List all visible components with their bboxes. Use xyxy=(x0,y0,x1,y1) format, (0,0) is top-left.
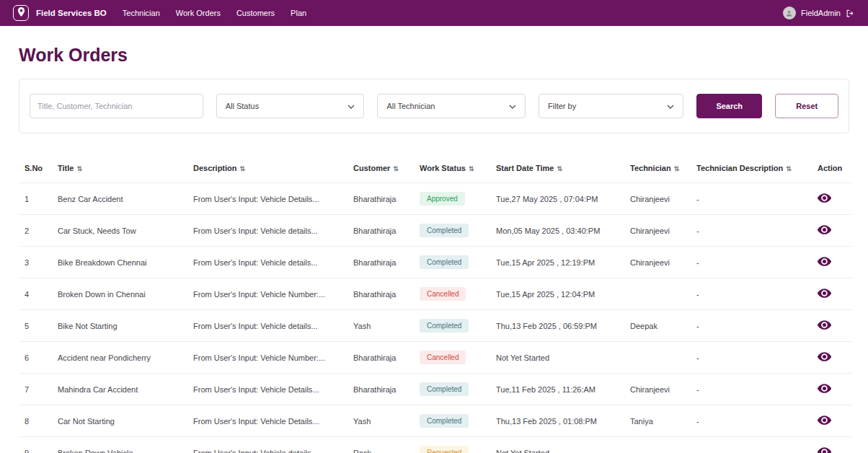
row-status-cell: Completed xyxy=(414,374,490,405)
search-input[interactable] xyxy=(30,94,203,118)
row-status-cell: Cancelled xyxy=(414,342,490,374)
row-start-date-time: Not Yet Started xyxy=(490,437,624,453)
row-description: From User's Input: Vehicle details... xyxy=(187,310,347,342)
header-action: Action xyxy=(812,155,852,183)
row-technician: Deepak xyxy=(624,310,691,342)
nav-item-technician[interactable]: Technician xyxy=(123,9,160,17)
chevron-down-icon xyxy=(509,102,516,110)
table-row: 1 Benz Car Accident From User's Input: V… xyxy=(19,183,852,215)
view-eye-icon[interactable] xyxy=(818,447,831,453)
nav-item-work-orders[interactable]: Work Orders xyxy=(176,9,221,17)
view-eye-icon[interactable] xyxy=(818,352,831,361)
header-title[interactable]: Title⇅ xyxy=(52,155,187,183)
view-eye-icon[interactable] xyxy=(818,415,831,425)
row-action-cell xyxy=(812,215,852,247)
brand-name[interactable]: Field Services BO xyxy=(36,9,107,17)
view-eye-icon[interactable] xyxy=(818,225,831,234)
header-description[interactable]: Description⇅ xyxy=(187,155,347,183)
row-technician xyxy=(624,278,691,310)
row-technician: Chiranjeevi xyxy=(624,215,691,247)
view-eye-icon[interactable] xyxy=(818,384,831,393)
location-pin-icon xyxy=(17,6,25,19)
sort-icon: ⇅ xyxy=(469,165,474,172)
row-sno: 2 xyxy=(19,215,52,247)
table-row: 4 Broken Down in Chennai From User's Inp… xyxy=(19,278,852,310)
row-technician-description: - xyxy=(691,310,812,342)
row-technician-description: - xyxy=(691,405,812,437)
row-description: From User's Input: Vehicle details... xyxy=(187,215,347,247)
header-sno: S.No xyxy=(19,155,52,183)
header-work-status[interactable]: Work Status⇅ xyxy=(414,155,490,183)
row-sno: 9 xyxy=(19,437,52,453)
row-customer: Yash xyxy=(347,405,414,437)
row-customer: Bharathiraja xyxy=(347,278,414,310)
row-customer: Bharathiraja xyxy=(347,342,414,374)
row-start-date-time: Thu,13 Feb 2025 , 01:08:PM xyxy=(490,405,624,437)
row-status-cell: Completed xyxy=(414,310,490,342)
reset-button[interactable]: Reset xyxy=(775,94,838,118)
user-avatar xyxy=(783,6,796,19)
technician-select[interactable]: All Technician xyxy=(377,94,526,118)
row-description: From User's Input: Vehicle Details... xyxy=(187,183,347,215)
header-technician[interactable]: Technician⇅ xyxy=(624,155,691,183)
row-technician-description: - xyxy=(691,278,812,310)
status-badge: Approved xyxy=(420,192,465,206)
table-row: 3 Bike Breakdown Chennai From User's Inp… xyxy=(19,247,852,278)
row-action-cell xyxy=(812,374,852,405)
row-customer: Yash xyxy=(347,310,414,342)
filter-by-select-value: Filter by xyxy=(548,102,576,110)
nav-item-customers[interactable]: Customers xyxy=(236,9,275,17)
row-title: Bike Breakdown Chennai xyxy=(52,247,187,278)
logout-icon[interactable] xyxy=(846,9,855,18)
row-technician: Chiranjeevi xyxy=(624,247,691,278)
work-orders-tbody: 1 Benz Car Accident From User's Input: V… xyxy=(19,183,852,453)
table-row: 6 Accident near Pondicherry From User's … xyxy=(19,342,852,374)
status-select-value: All Status xyxy=(226,102,259,110)
row-customer: Bharathiraja xyxy=(347,247,414,278)
view-eye-icon[interactable] xyxy=(818,289,831,298)
sort-icon: ⇅ xyxy=(674,165,680,172)
nav-item-plan[interactable]: Plan xyxy=(291,9,306,17)
row-title: Broken Down Vehicle xyxy=(52,437,187,453)
row-sno: 5 xyxy=(19,310,52,342)
row-action-cell xyxy=(812,278,852,310)
header-customer[interactable]: Customer⇅ xyxy=(347,155,414,183)
row-sno: 3 xyxy=(19,247,52,278)
row-technician xyxy=(624,342,691,374)
view-eye-icon[interactable] xyxy=(818,257,831,266)
row-title: Bike Not Starting xyxy=(52,310,187,342)
table-row: 7 Mahindra Car Accident From User's Inpu… xyxy=(19,374,852,405)
work-orders-table: S.No Title⇅ Description⇅ Customer⇅ Work … xyxy=(19,155,849,453)
row-status-cell: Cancelled xyxy=(414,278,490,310)
view-eye-icon[interactable] xyxy=(818,320,831,330)
row-title: Car Not Starting xyxy=(52,405,187,437)
row-title: Accident near Pondicherry xyxy=(52,342,187,374)
work-orders-page: Work Orders All Status All Technician Fi… xyxy=(0,26,868,453)
row-description: From User's Input: Vehicle Number:... xyxy=(187,342,347,374)
row-technician: Chiranjeevi xyxy=(624,374,691,405)
user-name: FieldAdmin xyxy=(801,9,841,17)
row-action-cell xyxy=(812,405,852,437)
table-row: 2 Car Stuck, Needs Tow From User's Input… xyxy=(19,215,852,247)
table-header-row: S.No Title⇅ Description⇅ Customer⇅ Work … xyxy=(19,155,852,183)
row-sno: 1 xyxy=(19,183,52,215)
row-title: Car Stuck, Needs Tow xyxy=(52,215,187,247)
sort-icon: ⇅ xyxy=(240,165,246,172)
status-badge: Completed xyxy=(420,414,469,428)
row-technician-description: - xyxy=(691,437,812,453)
search-button[interactable]: Search xyxy=(696,94,762,118)
status-badge: Completed xyxy=(420,224,469,237)
header-technician-description[interactable]: Technician Description⇅ xyxy=(691,155,812,183)
row-description: From User's Input: Vehicle details... xyxy=(187,247,347,278)
filter-by-select[interactable]: Filter by xyxy=(539,94,683,118)
chevron-down-icon xyxy=(347,102,355,110)
status-select[interactable]: All Status xyxy=(216,94,365,118)
view-eye-icon[interactable] xyxy=(818,193,831,203)
row-technician-description: - xyxy=(691,247,812,278)
filter-bar: All Status All Technician Filter by Sear… xyxy=(19,79,849,133)
table-row: 5 Bike Not Starting From User's Input: V… xyxy=(19,310,852,342)
row-action-cell xyxy=(812,437,852,453)
header-start-date-time[interactable]: Start Date Time⇅ xyxy=(490,155,624,183)
row-title: Broken Down in Chennai xyxy=(52,278,187,310)
row-description: From User's Input: Vehicle Number:... xyxy=(187,278,347,310)
